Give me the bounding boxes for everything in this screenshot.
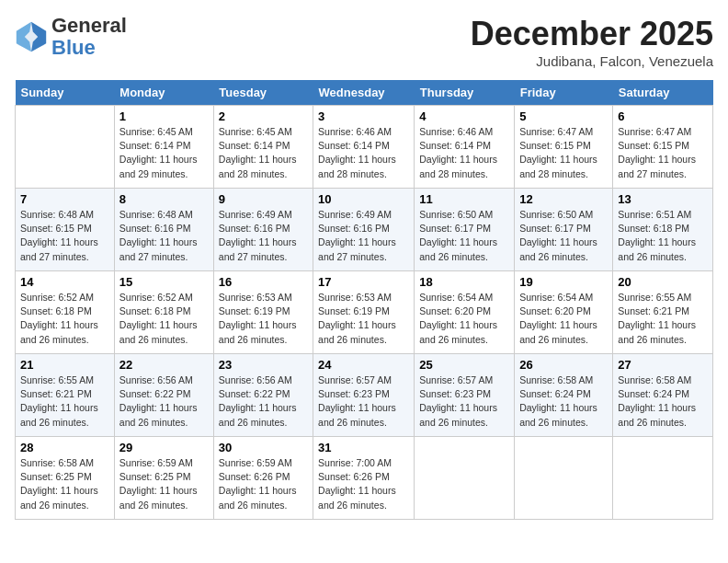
day-info: Sunrise: 6:55 AM Sunset: 6:21 PM Dayligh…: [618, 291, 708, 347]
day-number: 23: [219, 358, 308, 372]
day-info: Sunrise: 6:54 AM Sunset: 6:20 PM Dayligh…: [519, 291, 608, 347]
day-number: 20: [618, 275, 708, 289]
day-number: 26: [519, 358, 608, 372]
weekday-header: Wednesday: [313, 80, 415, 106]
day-number: 4: [419, 109, 509, 123]
calendar-week-row: 7Sunrise: 6:48 AM Sunset: 6:15 PM Daylig…: [16, 189, 713, 271]
logo-icon: [15, 20, 48, 53]
calendar-table: SundayMondayTuesdayWednesdayThursdayFrid…: [15, 80, 713, 520]
day-number: 2: [219, 109, 308, 123]
day-number: 12: [519, 192, 608, 206]
calendar-cell: 5Sunrise: 6:47 AM Sunset: 6:15 PM Daylig…: [515, 106, 613, 189]
calendar-cell: 6Sunrise: 6:47 AM Sunset: 6:15 PM Daylig…: [613, 106, 713, 189]
day-number: 7: [20, 192, 109, 206]
calendar-cell: 31Sunrise: 7:00 AM Sunset: 6:26 PM Dayli…: [313, 437, 415, 520]
calendar-cell: 24Sunrise: 6:57 AM Sunset: 6:23 PM Dayli…: [313, 354, 415, 437]
calendar-cell: 30Sunrise: 6:59 AM Sunset: 6:26 PM Dayli…: [213, 437, 313, 520]
day-info: Sunrise: 6:56 AM Sunset: 6:22 PM Dayligh…: [119, 373, 209, 430]
day-info: Sunrise: 6:53 AM Sunset: 6:19 PM Dayligh…: [219, 291, 308, 347]
calendar-cell: 16Sunrise: 6:53 AM Sunset: 6:19 PM Dayli…: [213, 271, 313, 354]
calendar-cell: 26Sunrise: 6:58 AM Sunset: 6:24 PM Dayli…: [515, 354, 613, 437]
weekday-header-row: SundayMondayTuesdayWednesdayThursdayFrid…: [16, 80, 713, 106]
day-info: Sunrise: 6:53 AM Sunset: 6:19 PM Dayligh…: [318, 291, 409, 347]
day-info: Sunrise: 6:52 AM Sunset: 6:18 PM Dayligh…: [119, 291, 209, 347]
calendar-cell: 2Sunrise: 6:45 AM Sunset: 6:14 PM Daylig…: [213, 106, 313, 189]
logo: General Blue: [15, 15, 127, 59]
day-info: Sunrise: 6:49 AM Sunset: 6:16 PM Dayligh…: [318, 208, 409, 264]
day-number: 3: [318, 109, 409, 123]
day-number: 27: [618, 358, 708, 372]
weekday-header: Sunday: [16, 80, 115, 106]
day-info: Sunrise: 6:48 AM Sunset: 6:15 PM Dayligh…: [20, 208, 109, 264]
day-number: 8: [119, 192, 209, 206]
day-info: Sunrise: 6:52 AM Sunset: 6:18 PM Dayligh…: [20, 291, 109, 347]
day-info: Sunrise: 6:47 AM Sunset: 6:15 PM Dayligh…: [519, 125, 608, 181]
day-number: 6: [618, 109, 708, 123]
calendar-cell: 12Sunrise: 6:50 AM Sunset: 6:17 PM Dayli…: [515, 189, 613, 271]
calendar-cell: 19Sunrise: 6:54 AM Sunset: 6:20 PM Dayli…: [515, 271, 613, 354]
calendar-cell: [515, 437, 613, 520]
calendar-cell: 25Sunrise: 6:57 AM Sunset: 6:23 PM Dayli…: [415, 354, 515, 437]
day-number: 14: [20, 275, 109, 289]
day-info: Sunrise: 6:58 AM Sunset: 6:24 PM Dayligh…: [519, 373, 608, 430]
calendar-cell: [16, 106, 115, 189]
day-number: 15: [119, 275, 209, 289]
calendar-cell: 28Sunrise: 6:58 AM Sunset: 6:25 PM Dayli…: [16, 437, 115, 520]
calendar-cell: 13Sunrise: 6:51 AM Sunset: 6:18 PM Dayli…: [613, 189, 713, 271]
calendar-cell: 11Sunrise: 6:50 AM Sunset: 6:17 PM Dayli…: [415, 189, 515, 271]
day-number: 13: [618, 192, 708, 206]
calendar-cell: 1Sunrise: 6:45 AM Sunset: 6:14 PM Daylig…: [114, 106, 213, 189]
calendar-cell: 15Sunrise: 6:52 AM Sunset: 6:18 PM Dayli…: [114, 271, 213, 354]
calendar-cell: 27Sunrise: 6:58 AM Sunset: 6:24 PM Dayli…: [613, 354, 713, 437]
day-number: 25: [419, 358, 509, 372]
day-info: Sunrise: 6:45 AM Sunset: 6:14 PM Dayligh…: [219, 125, 308, 181]
day-info: Sunrise: 6:56 AM Sunset: 6:22 PM Dayligh…: [219, 373, 308, 430]
weekday-header: Friday: [515, 80, 613, 106]
day-info: Sunrise: 6:50 AM Sunset: 6:17 PM Dayligh…: [519, 208, 608, 264]
calendar-cell: 14Sunrise: 6:52 AM Sunset: 6:18 PM Dayli…: [16, 271, 115, 354]
calendar-week-row: 21Sunrise: 6:55 AM Sunset: 6:21 PM Dayli…: [16, 354, 713, 437]
day-number: 19: [519, 275, 608, 289]
day-info: Sunrise: 6:59 AM Sunset: 6:26 PM Dayligh…: [219, 456, 308, 512]
calendar-cell: 21Sunrise: 6:55 AM Sunset: 6:21 PM Dayli…: [16, 354, 115, 437]
weekday-header: Monday: [114, 80, 213, 106]
weekday-header: Saturday: [613, 80, 713, 106]
day-number: 11: [419, 192, 509, 206]
day-info: Sunrise: 6:47 AM Sunset: 6:15 PM Dayligh…: [618, 125, 708, 181]
calendar-cell: [613, 437, 713, 520]
calendar-week-row: 14Sunrise: 6:52 AM Sunset: 6:18 PM Dayli…: [16, 271, 713, 354]
location-text: Judibana, Falcon, Venezuela: [471, 53, 713, 69]
calendar-cell: [415, 437, 515, 520]
calendar-week-row: 1Sunrise: 6:45 AM Sunset: 6:14 PM Daylig…: [16, 106, 713, 189]
day-number: 31: [318, 441, 409, 454]
calendar-cell: 8Sunrise: 6:48 AM Sunset: 6:16 PM Daylig…: [114, 189, 213, 271]
title-block: December 2025 Judibana, Falcon, Venezuel…: [471, 15, 713, 69]
day-number: 28: [20, 441, 109, 454]
logo-blue-text: Blue: [51, 36, 96, 59]
calendar-cell: 7Sunrise: 6:48 AM Sunset: 6:15 PM Daylig…: [16, 189, 115, 271]
day-number: 5: [519, 109, 608, 123]
day-number: 24: [318, 358, 409, 372]
weekday-header: Thursday: [415, 80, 515, 106]
day-number: 21: [20, 358, 109, 372]
day-number: 10: [318, 192, 409, 206]
weekday-header: Tuesday: [213, 80, 313, 106]
day-info: Sunrise: 6:45 AM Sunset: 6:14 PM Dayligh…: [119, 125, 209, 181]
month-title: December 2025: [471, 15, 713, 53]
day-number: 17: [318, 275, 409, 289]
day-info: Sunrise: 6:54 AM Sunset: 6:20 PM Dayligh…: [419, 291, 509, 347]
day-info: Sunrise: 6:57 AM Sunset: 6:23 PM Dayligh…: [419, 373, 509, 430]
calendar-week-row: 28Sunrise: 6:58 AM Sunset: 6:25 PM Dayli…: [16, 437, 713, 520]
calendar-cell: 4Sunrise: 6:46 AM Sunset: 6:14 PM Daylig…: [415, 106, 515, 189]
calendar-cell: 23Sunrise: 6:56 AM Sunset: 6:22 PM Dayli…: [213, 354, 313, 437]
day-info: Sunrise: 6:51 AM Sunset: 6:18 PM Dayligh…: [618, 208, 708, 264]
day-info: Sunrise: 6:48 AM Sunset: 6:16 PM Dayligh…: [119, 208, 209, 264]
calendar-cell: 18Sunrise: 6:54 AM Sunset: 6:20 PM Dayli…: [415, 271, 515, 354]
day-info: Sunrise: 6:55 AM Sunset: 6:21 PM Dayligh…: [20, 373, 109, 430]
calendar-cell: 3Sunrise: 6:46 AM Sunset: 6:14 PM Daylig…: [313, 106, 415, 189]
day-info: Sunrise: 6:46 AM Sunset: 6:14 PM Dayligh…: [419, 125, 509, 181]
calendar-cell: 10Sunrise: 6:49 AM Sunset: 6:16 PM Dayli…: [313, 189, 415, 271]
calendar-cell: 9Sunrise: 6:49 AM Sunset: 6:16 PM Daylig…: [213, 189, 313, 271]
calendar-cell: 17Sunrise: 6:53 AM Sunset: 6:19 PM Dayli…: [313, 271, 415, 354]
day-info: Sunrise: 6:46 AM Sunset: 6:14 PM Dayligh…: [318, 125, 409, 181]
